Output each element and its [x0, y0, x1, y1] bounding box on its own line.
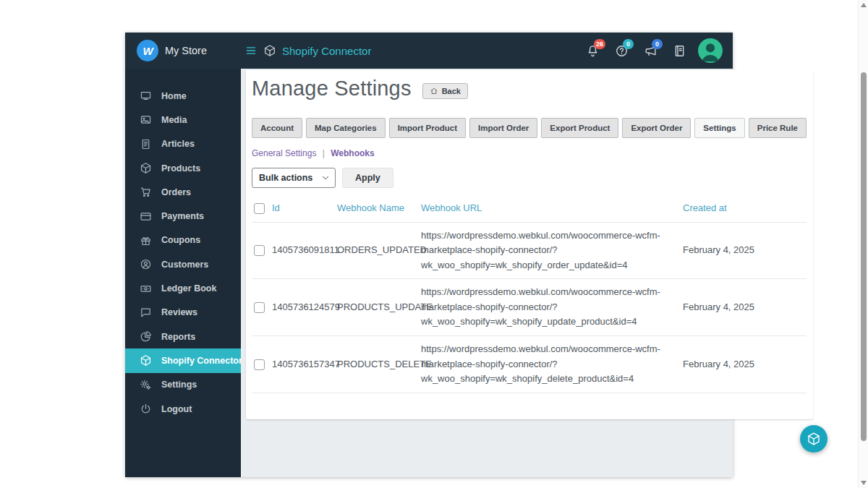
- cell-webhook-name: ORDERS_UPDATED: [337, 222, 421, 279]
- cell-id: 1405736091811: [272, 222, 337, 279]
- header-icon-button[interactable]: 26: [586, 44, 600, 58]
- orders-icon: [140, 186, 152, 198]
- articles-icon: [140, 138, 152, 150]
- tab[interactable]: Settings: [694, 118, 744, 138]
- book-icon: [673, 44, 686, 58]
- sidebar-item-label: Shopify Connector: [161, 356, 242, 366]
- tab[interactable]: Export Order: [622, 118, 691, 138]
- avatar[interactable]: [698, 38, 723, 63]
- sidebar-item[interactable]: Articles: [125, 132, 241, 156]
- sidebar-item-label: Ledger Book: [161, 283, 216, 294]
- coupons-icon: [140, 234, 152, 247]
- column-header-url[interactable]: Webhook URL: [421, 195, 683, 222]
- back-button[interactable]: Back: [422, 83, 468, 99]
- sidebar-item[interactable]: Media: [125, 108, 241, 132]
- cube-icon: [263, 44, 276, 57]
- shopify-connector-fab[interactable]: [800, 425, 827, 453]
- sidebar-item[interactable]: Coupons: [125, 228, 241, 252]
- row-checkbox[interactable]: [254, 245, 265, 256]
- ledger-icon: [140, 283, 152, 295]
- store-logo-icon: W: [137, 40, 158, 61]
- scroll-up-arrow-icon[interactable]: [861, 3, 867, 7]
- sidebar-item-label: Articles: [161, 139, 195, 149]
- cell-id: 1405736157347: [272, 335, 337, 393]
- payments-icon: [140, 210, 152, 223]
- column-header-id[interactable]: Id: [272, 195, 337, 222]
- sidebar-item-label: Logout: [161, 404, 192, 414]
- reports-icon: [140, 330, 152, 343]
- house-icon: [430, 87, 438, 95]
- sidebar-item-label: Payments: [161, 211, 204, 221]
- bulk-actions-select[interactable]: Bulk actions: [252, 168, 336, 188]
- sidebar-item[interactable]: Shopify Connector: [125, 348, 241, 372]
- logout-icon: [140, 403, 152, 415]
- cube-icon: [807, 432, 821, 446]
- notification-badge: 0: [652, 39, 663, 49]
- cell-webhook-url: https://wordpressdemo.webkul.com/woocomm…: [421, 335, 683, 393]
- notification-badge: 0: [623, 39, 634, 49]
- header-icon-button[interactable]: 0: [644, 44, 658, 58]
- scroll-down-arrow-icon[interactable]: [861, 481, 867, 485]
- top-header: W My Store Shopify Connector 26 0: [125, 33, 733, 69]
- cell-webhook-name: PRODUCTS_UPDATE: [337, 279, 421, 336]
- table-header-row: Id Webhook Name Webhook URL Created at: [252, 195, 807, 222]
- sidebar-item[interactable]: Reviews: [125, 301, 241, 325]
- sidebar-item[interactable]: Customers: [125, 252, 241, 276]
- module-header: Shopify Connector: [244, 44, 371, 57]
- store-brand[interactable]: W My Store: [125, 40, 241, 61]
- header-icon-button[interactable]: 0: [615, 44, 629, 58]
- table-row: 1405736157347 PRODUCTS_DELETE https://wo…: [252, 335, 807, 393]
- row-checkbox[interactable]: [254, 302, 265, 313]
- cell-created-at: February 4, 2025: [683, 222, 807, 279]
- hamburger-icon[interactable]: [244, 44, 258, 57]
- sidebar-item-label: Coupons: [161, 235, 200, 245]
- tab[interactable]: Account: [252, 118, 302, 138]
- settings-icon: [140, 379, 152, 391]
- sidebar-item[interactable]: Products: [125, 156, 241, 180]
- scrollbar-thumb[interactable]: [861, 72, 867, 441]
- header-notifications: 26 0 0: [586, 44, 698, 58]
- cube-icon: [140, 354, 152, 367]
- app-body: Home Media Articles Products: [125, 69, 733, 477]
- sidebar-item-label: Orders: [161, 187, 191, 197]
- tab[interactable]: Export Product: [541, 118, 618, 138]
- sidebar-item-label: Settings: [161, 380, 197, 390]
- main-area: Manage Settings Back Account Map Categor…: [241, 69, 820, 477]
- sidebar-item-label: Media: [161, 115, 187, 125]
- sidebar-item[interactable]: Reports: [125, 325, 241, 348]
- column-header-created[interactable]: Created at: [683, 195, 807, 222]
- sidebar: Home Media Articles Products: [125, 69, 241, 477]
- webhooks-table: Id Webhook Name Webhook URL Created at 1…: [252, 195, 807, 393]
- tab[interactable]: Import Order: [469, 118, 537, 138]
- store-name: My Store: [165, 45, 207, 56]
- apply-button[interactable]: Apply: [342, 168, 393, 188]
- tab[interactable]: Import Product: [389, 118, 466, 138]
- sidebar-item-label: Products: [161, 163, 200, 174]
- browser-scrollbar[interactable]: [858, 0, 868, 488]
- sidebar-item[interactable]: Home: [125, 84, 241, 108]
- select-all-checkbox[interactable]: [254, 203, 265, 214]
- tab[interactable]: Price Rule: [749, 118, 807, 138]
- column-header-name[interactable]: Webhook Name: [337, 195, 421, 222]
- subnav-link-webhooks[interactable]: Webhooks: [331, 148, 374, 158]
- sidebar-item[interactable]: Orders: [125, 180, 241, 204]
- bulk-actions-dropdown[interactable]: Bulk actions: [252, 168, 336, 188]
- reviews-icon: [140, 307, 152, 319]
- back-button-label: Back: [442, 87, 461, 95]
- settings-card: Manage Settings Back Account Map Categor…: [246, 70, 813, 419]
- header-icon-button[interactable]: [673, 44, 686, 58]
- sidebar-item[interactable]: Settings: [125, 373, 241, 397]
- page-title: Manage Settings: [252, 77, 412, 100]
- subnav-link-general-settings[interactable]: General Settings: [252, 148, 316, 158]
- cell-id: 1405736124579: [272, 279, 337, 336]
- row-checkbox[interactable]: [254, 359, 265, 370]
- sidebar-item[interactable]: Payments: [125, 204, 241, 228]
- cell-webhook-url: https://wordpressdemo.webkul.com/woocomm…: [421, 279, 683, 336]
- sidebar-item-label: Reports: [161, 332, 195, 342]
- media-icon: [140, 114, 152, 126]
- home-icon: [140, 90, 152, 102]
- sidebar-item[interactable]: Logout: [125, 397, 241, 421]
- sidebar-item-label: Customers: [161, 260, 208, 270]
- tab[interactable]: Map Categories: [306, 118, 386, 138]
- sidebar-item[interactable]: Ledger Book: [125, 276, 241, 300]
